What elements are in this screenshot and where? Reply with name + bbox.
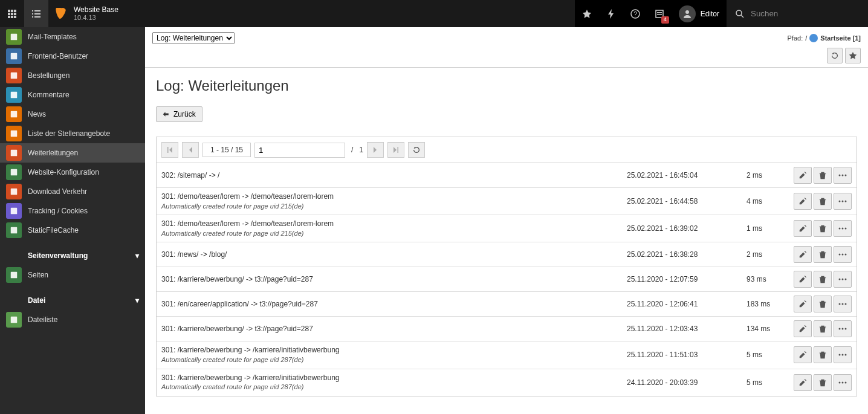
svg-point-62 (845, 381, 847, 383)
row-duration: 5 ms (747, 378, 789, 387)
row-title: 301: /karriere/bewerbung/ -> t3://page?u… (161, 274, 622, 285)
sidebar-item-mail-templates[interactable]: Mail-Templates (0, 27, 145, 47)
row-date: 25.11.2020 - 12:07:59 (627, 275, 742, 283)
edit-button[interactable] (794, 193, 812, 210)
more-button[interactable] (834, 320, 852, 337)
sidebar-item-tracking[interactable]: Tracking / Cookies (0, 201, 145, 221)
more-button[interactable] (834, 346, 852, 363)
row-subtitle: Automatically created route for page uid… (161, 383, 622, 392)
row-subtitle: Automatically created route for page uid… (161, 355, 622, 364)
list-toggle-button[interactable] (24, 0, 48, 27)
svg-point-21 (736, 10, 742, 16)
sidebar-item-pages[interactable]: Seiten (0, 265, 145, 285)
module-icon (6, 29, 22, 45)
svg-rect-25 (11, 73, 18, 79)
svg-rect-35 (11, 317, 18, 323)
edit-button[interactable] (794, 167, 812, 184)
edit-button[interactable] (794, 374, 812, 391)
pager-prev[interactable] (182, 142, 199, 158)
pager-first[interactable] (161, 142, 178, 158)
more-button[interactable] (834, 246, 852, 263)
svg-rect-13 (32, 16, 33, 18)
global-search[interactable] (727, 0, 868, 27)
delete-button[interactable] (814, 346, 832, 363)
svg-rect-2 (14, 10, 16, 12)
module-icon (6, 184, 22, 199)
edit-button[interactable] (794, 246, 812, 263)
sidebar-item-label: Frontend-Benutzer (28, 52, 88, 60)
pager-range: 1 - 15 / 15 (202, 143, 251, 157)
row-title: 301: /en/career/application/ -> t3://pag… (161, 299, 622, 309)
function-select[interactable]: Log: Weiterleitungen (152, 32, 235, 44)
sidebar-item-jobs[interactable]: Liste der Stellenangebote (0, 124, 145, 143)
delete-button[interactable] (814, 271, 832, 288)
pager-reload[interactable] (408, 142, 425, 158)
svg-point-59 (845, 354, 847, 356)
edit-button[interactable] (794, 320, 812, 337)
sidebar-section-site[interactable]: Seitenverwaltung▾ (0, 246, 145, 265)
svg-point-50 (845, 279, 847, 280)
sidebar-item-label: News (28, 110, 46, 118)
delete-button[interactable] (814, 246, 832, 263)
search-input[interactable] (751, 9, 860, 18)
svg-point-55 (842, 328, 844, 330)
more-button[interactable] (834, 296, 852, 312)
modules-button[interactable] (0, 0, 24, 27)
svg-rect-31 (11, 189, 18, 195)
pager-page-input[interactable] (254, 143, 345, 158)
delete-button[interactable] (814, 167, 832, 184)
edit-button[interactable] (794, 346, 812, 363)
user-menu[interactable]: Editor (672, 0, 727, 27)
delete-button[interactable] (814, 220, 832, 237)
bookmark-page-button[interactable] (845, 48, 861, 63)
delete-button[interactable] (814, 193, 832, 210)
module-icon (6, 68, 22, 83)
sidebar-item-sfc[interactable]: StaticFileCache (0, 221, 145, 240)
more-button[interactable] (834, 374, 852, 391)
sidebar-item-download[interactable]: Download Verkehr (0, 182, 145, 201)
sidebar-item-filelist[interactable]: Dateiliste (0, 310, 145, 329)
more-button[interactable] (834, 271, 852, 288)
pager-next[interactable] (367, 142, 384, 158)
row-subtitle: Automatically created route for page uid… (161, 202, 622, 211)
back-button[interactable]: Zurück (156, 106, 202, 122)
sidebar-item-redirects[interactable]: Weiterleitungen (0, 143, 145, 163)
edit-button[interactable] (794, 271, 812, 288)
breadcrumb-page[interactable]: Startseite [1] (820, 34, 861, 42)
svg-line-22 (741, 15, 743, 18)
sidebar-item-news[interactable]: News (0, 105, 145, 124)
row-duration: 2 ms (747, 171, 789, 180)
edit-button[interactable] (794, 296, 812, 312)
delete-button[interactable] (814, 374, 832, 391)
row-duration: 2 ms (747, 250, 789, 259)
sidebar-item-label: Website-Konfiguration (28, 168, 99, 176)
sidebar-item-orders[interactable]: Bestellungen (0, 66, 145, 85)
svg-point-44 (845, 228, 847, 230)
more-button[interactable] (834, 220, 852, 237)
flash-button[interactable] (599, 0, 623, 27)
svg-point-57 (839, 354, 841, 356)
more-button[interactable] (834, 167, 852, 184)
reload-button[interactable] (827, 48, 843, 63)
pager-last[interactable] (387, 142, 404, 158)
delete-button[interactable] (814, 296, 832, 312)
svg-rect-24 (11, 53, 18, 60)
svg-point-60 (839, 381, 841, 383)
row-duration: 183 ms (747, 300, 789, 308)
sidebar-section-file[interactable]: Datei▾ (0, 291, 145, 310)
table-row: 301: /demo/teaser/lorem -> /demo/teaser/… (157, 215, 857, 242)
svg-rect-28 (11, 131, 18, 137)
notifications-button[interactable]: 4 (647, 0, 672, 27)
sidebar-item-webconfig[interactable]: Website-Konfiguration (0, 163, 145, 182)
more-button[interactable] (834, 193, 852, 210)
sidebar-item-fe-users[interactable]: Frontend-Benutzer (0, 47, 145, 66)
row-title: 301: /karriere/bewerbung -> /karriere/in… (161, 373, 622, 383)
help-button[interactable]: ? (623, 0, 647, 27)
bookmark-button[interactable] (575, 0, 599, 27)
row-title: 302: /sitemap/ -> / (161, 170, 622, 181)
table-row: 301: /en/career/application/ -> t3://pag… (157, 292, 857, 317)
sidebar-item-label: Mail-Templates (28, 33, 77, 41)
sidebar-item-comments[interactable]: Kommentare (0, 85, 145, 105)
edit-button[interactable] (794, 220, 812, 237)
delete-button[interactable] (814, 320, 832, 337)
